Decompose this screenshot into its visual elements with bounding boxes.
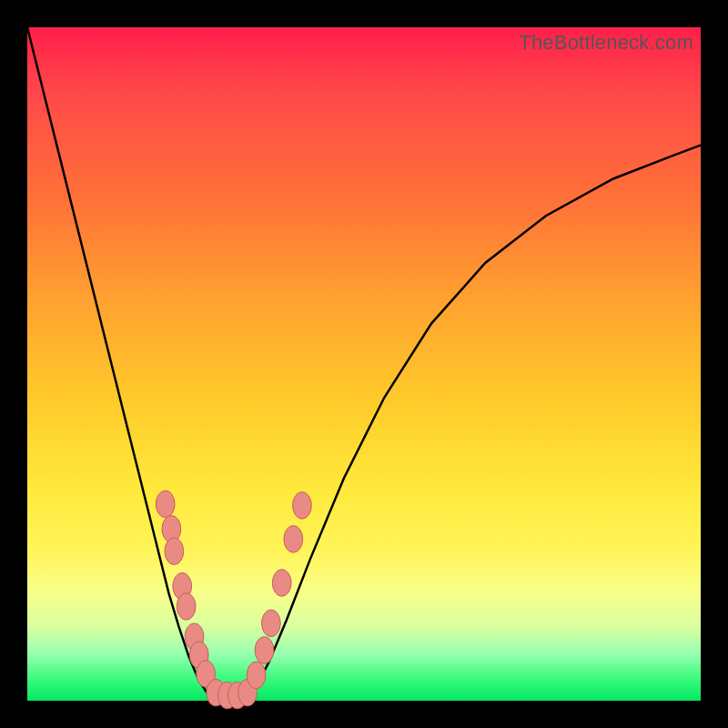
- chart-frame: TheBottleneck.com: [0, 0, 728, 728]
- plot-area: TheBottleneck.com: [27, 27, 701, 701]
- data-bead: [177, 593, 196, 621]
- data-bead: [255, 637, 274, 664]
- watermark-text: TheBottleneck.com: [519, 31, 693, 55]
- data-bead: [165, 538, 184, 565]
- data-bead: [284, 526, 303, 553]
- data-bead: [262, 610, 281, 637]
- data-bead: [272, 570, 291, 597]
- bottleneck-curve: [27, 27, 701, 701]
- data-bead: [293, 492, 312, 520]
- data-bead: [156, 490, 175, 518]
- data-bead: [247, 662, 266, 689]
- curve-svg: [27, 27, 701, 701]
